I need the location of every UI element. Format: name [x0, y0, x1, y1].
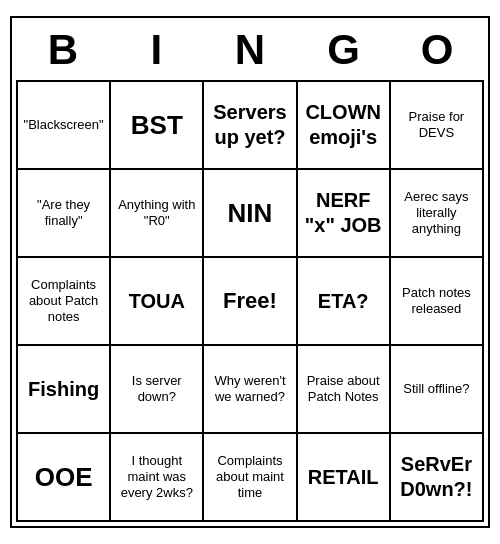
bingo-cell-2: Servers up yet? — [204, 82, 297, 170]
bingo-cell-7: NIN — [204, 170, 297, 258]
bingo-cell-13: ETA? — [298, 258, 391, 346]
bingo-cell-3: CLOWN emoji's — [298, 82, 391, 170]
bingo-cell-22: Complaints about maint time — [204, 434, 297, 522]
bingo-cell-8: NERF "x" JOB — [298, 170, 391, 258]
bingo-cell-20: OOE — [18, 434, 111, 522]
bingo-cell-15: Fishing — [18, 346, 111, 434]
bingo-cell-9: Aerec says literally anything — [391, 170, 484, 258]
bingo-grid: "Blackscreen"BSTServers up yet?CLOWN emo… — [16, 80, 484, 522]
header-letter: G — [297, 22, 391, 78]
header-letter: I — [110, 22, 204, 78]
header-letter: N — [203, 22, 297, 78]
bingo-card: BINGO "Blackscreen"BSTServers up yet?CLO… — [10, 16, 490, 528]
bingo-cell-18: Praise about Patch Notes — [298, 346, 391, 434]
header-letter: O — [390, 22, 484, 78]
bingo-cell-10: Complaints about Patch notes — [18, 258, 111, 346]
bingo-cell-0: "Blackscreen" — [18, 82, 111, 170]
bingo-cell-12: Free! — [204, 258, 297, 346]
bingo-cell-21: I thought maint was every 2wks? — [111, 434, 204, 522]
bingo-header: BINGO — [16, 22, 484, 78]
bingo-cell-5: "Are they finally" — [18, 170, 111, 258]
bingo-cell-16: Is server down? — [111, 346, 204, 434]
bingo-cell-6: Anything with "R0" — [111, 170, 204, 258]
bingo-cell-11: TOUA — [111, 258, 204, 346]
bingo-cell-14: Patch notes released — [391, 258, 484, 346]
header-letter: B — [16, 22, 110, 78]
bingo-cell-17: Why weren't we warned? — [204, 346, 297, 434]
bingo-cell-23: RETAIL — [298, 434, 391, 522]
bingo-cell-24: SeRvEr D0wn?! — [391, 434, 484, 522]
bingo-cell-19: Still offline? — [391, 346, 484, 434]
bingo-cell-1: BST — [111, 82, 204, 170]
bingo-cell-4: Praise for DEVS — [391, 82, 484, 170]
